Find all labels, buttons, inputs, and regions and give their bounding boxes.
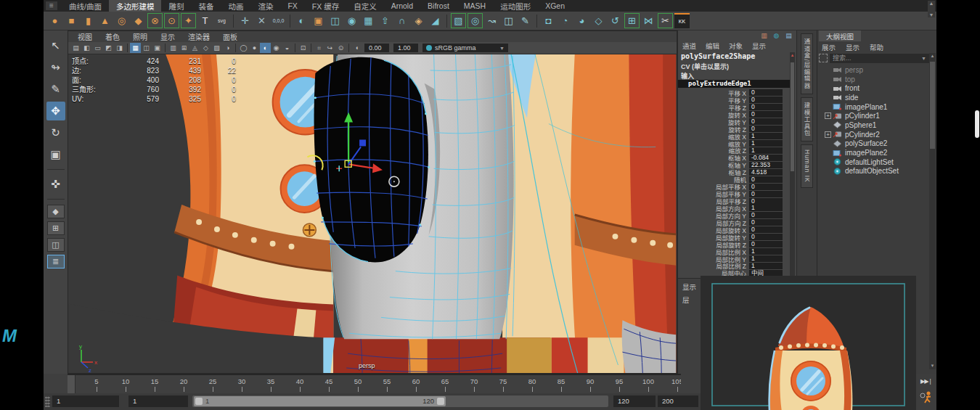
channel-menu-0[interactable]: 通道 — [682, 41, 701, 51]
start-frame-field[interactable]: 1 — [128, 395, 188, 407]
channel-attr-value[interactable]: 1 — [749, 205, 783, 211]
boolean-icon[interactable]: ◈ — [411, 13, 426, 28]
xray-icon[interactable]: ◑ — [222, 43, 233, 53]
sidebar-tab-0[interactable]: 通道盒/层编辑器 — [801, 33, 813, 94]
channel-attr-value[interactable]: 0 — [749, 126, 783, 132]
channel-attr-value[interactable]: 4.518 — [749, 169, 783, 176]
viewport-menu-0[interactable]: 视图 — [71, 31, 99, 42]
field-chart-icon[interactable]: ⊞ — [179, 43, 189, 53]
layout-two-pane[interactable]: ◫ — [47, 238, 65, 252]
channel-attr-value[interactable]: 0 — [749, 184, 783, 190]
channel-attr-value[interactable]: 0 — [749, 226, 783, 233]
smooth-icon[interactable]: ◉ — [344, 13, 359, 28]
channel-attr-value[interactable]: 0 — [749, 89, 783, 96]
combine-icon[interactable]: ▣ — [311, 13, 326, 28]
relax-icon[interactable]: ◔ — [558, 13, 573, 28]
poly-disc-icon[interactable]: ⊙ — [164, 13, 179, 28]
bookmark-icon[interactable]: ◩ — [103, 43, 114, 53]
outliner-item-polySurface2[interactable]: polySurface2 — [820, 139, 928, 149]
mirror-icon[interactable]: ◐ — [294, 13, 309, 28]
menu-item-1[interactable]: 多边形建模 — [109, 0, 162, 12]
channel-attr-value[interactable]: 1 — [749, 147, 783, 154]
chevron-down-icon[interactable]: ▼ — [921, 54, 926, 63]
channel-attr-value[interactable]: -0.084 — [749, 155, 783, 161]
anim-end-field[interactable]: 200 — [658, 395, 698, 407]
viewport-menu-5[interactable]: 面板 — [216, 31, 244, 42]
scroll-up-icon[interactable]: ▲ — [928, 1, 935, 6]
scale-tool[interactable]: ▣ — [46, 145, 65, 164]
subdivide-icon[interactable]: ▦ — [361, 13, 376, 28]
select-camera-icon[interactable]: ▤ — [70, 43, 81, 53]
video-scrubber-handle[interactable] — [975, 110, 979, 138]
poly-cube-icon[interactable]: ■ — [64, 13, 79, 28]
target-weld-icon[interactable]: ◎ — [467, 13, 483, 28]
scroll-down-icon[interactable]: ▼ — [928, 12, 935, 17]
channel-attr-value[interactable]: 0 — [749, 104, 783, 110]
rotate-tool[interactable]: ↻ — [46, 123, 65, 142]
channel-menu-1[interactable]: 编辑 — [706, 41, 724, 51]
outliner-item-pCylinder2[interactable]: +pCylinder2 — [820, 130, 928, 139]
channel-attr-value[interactable]: 22.353 — [749, 162, 783, 168]
menu-item-9[interactable]: Arnold — [384, 1, 420, 11]
viewport-panel[interactable]: 视图着色照明显示渲染器面板 ▤◧▭◩◨▦◫▣▥⊞◬◇▨◑◯●◐◉◒⊡⌗↪⊙◖0.… — [68, 30, 677, 374]
isolate-select-icon[interactable]: ⊡ — [298, 43, 309, 53]
colorspace-select[interactable]: sRGB gamma▼ — [422, 44, 508, 52]
exposure-icon[interactable]: ◖ — [351, 43, 362, 53]
channel-attr-value[interactable]: 0 — [749, 212, 783, 218]
outliner-item-imagePlane2[interactable]: imagePlane2 — [820, 148, 928, 157]
menu-item-12[interactable]: 运动图形 — [493, 0, 538, 12]
bridge-icon[interactable]: ∩ — [394, 13, 409, 28]
bevel-icon[interactable]: ◢ — [428, 13, 443, 28]
menu-item-8[interactable]: 自定义 — [346, 0, 384, 12]
channel-scrollbar[interactable]: ▲ — [790, 52, 795, 303]
menu-item-11[interactable]: MASH — [457, 1, 493, 11]
expand-icon[interactable]: + — [825, 131, 831, 138]
channel-attr-value[interactable]: 1 — [749, 255, 783, 262]
use-lights-icon[interactable]: ◉ — [271, 43, 282, 53]
shadows-icon[interactable]: ◒ — [282, 43, 293, 53]
gamma-field[interactable]: 1.00 — [393, 44, 418, 52]
viewport-menu-4[interactable]: 渲染器 — [181, 31, 216, 42]
current-frame-field[interactable]: 1 — [52, 395, 119, 407]
poly-torus-icon[interactable]: ◎ — [114, 13, 129, 28]
snap-curve-icon[interactable]: ↪ — [324, 43, 335, 53]
shelf-scroll[interactable]: ▲▼ — [928, 1, 935, 17]
layout-outliner-persp[interactable]: ≣ — [47, 255, 65, 268]
window-menu-icon[interactable]: ≡ — [46, 1, 57, 10]
scroll-up-icon[interactable]: ▲ — [929, 53, 936, 60]
knife-icon[interactable]: ✂ — [658, 13, 673, 28]
image-plane-icon[interactable]: ◨ — [114, 43, 125, 53]
viewport-menu-3[interactable]: 显示 — [154, 31, 181, 42]
channel-attr-value[interactable]: 0 — [749, 118, 783, 125]
insert-loop-icon[interactable]: ◫ — [501, 13, 516, 28]
menu-item-2[interactable]: 雕刻 — [161, 0, 191, 12]
outliner-item-pSphere1[interactable]: pSphere1 — [820, 120, 928, 130]
channel-attr-value[interactable]: 0 — [749, 198, 783, 205]
outliner-title-tab[interactable]: 大纲视图 — [819, 30, 861, 41]
menu-item-3[interactable]: 装备 — [191, 0, 221, 12]
channel-attr-value[interactable]: 0 — [749, 191, 783, 197]
pinch-icon[interactable]: ◇ — [591, 13, 606, 28]
character-controls-icon[interactable] — [919, 390, 934, 405]
poly-cone-icon[interactable]: ▲ — [97, 13, 113, 28]
range-slider-active[interactable]: 1 120 — [194, 396, 446, 406]
film-gate-icon[interactable]: ◫ — [141, 43, 152, 53]
channel-attr-value[interactable]: 0 — [749, 234, 783, 240]
outliner-search-input[interactable]: 搜索... ▼ — [830, 54, 929, 63]
outliner-item-side[interactable]: side — [820, 93, 928, 102]
gate-mask-icon[interactable]: ▥ — [168, 43, 179, 53]
filter-icon[interactable] — [819, 54, 828, 62]
sidebar-tab-1[interactable]: 建模工具包 — [801, 97, 813, 142]
sidebar-tab-2[interactable]: Human IK — [801, 144, 813, 188]
channel-input-node[interactable]: polyExtrudeEdge1 — [678, 80, 791, 88]
menu-item-10[interactable]: Bifrost — [420, 1, 457, 11]
kk-plugin-icon[interactable]: KK — [674, 13, 690, 28]
poly-sphere-icon[interactable]: ● — [47, 13, 62, 28]
move-tool[interactable]: ✥ — [46, 102, 65, 120]
last-tool-manipulator[interactable]: ✜ — [46, 175, 65, 194]
scroll-up-icon[interactable]: ▲ — [790, 52, 795, 59]
resolution-gate-icon[interactable]: ▣ — [152, 43, 163, 53]
svg-tool-icon[interactable]: svg — [214, 13, 229, 28]
select-tool[interactable]: ↖ — [46, 36, 65, 55]
range-slider-track[interactable]: 1 120 — [192, 395, 608, 407]
